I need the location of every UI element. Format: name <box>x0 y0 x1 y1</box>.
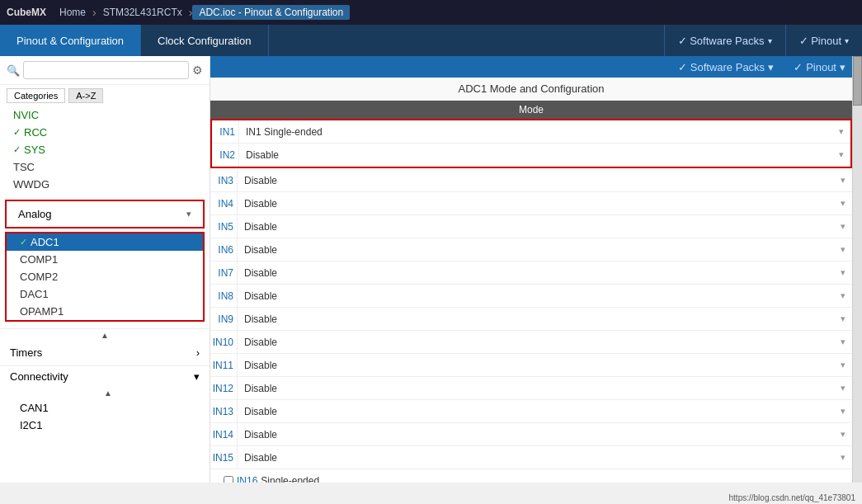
in4-select[interactable]: Disable ▾ <box>237 192 852 214</box>
in2-label: IN2 <box>212 149 238 161</box>
adc-row-in6: IN6 Disable ▾ <box>210 238 852 261</box>
in3-label: IN3 <box>210 175 237 186</box>
search-input[interactable] <box>23 61 189 79</box>
chevron-down-icon: ▾ <box>841 290 846 301</box>
adc-row-in4: IN4 Disable ▾ <box>210 192 852 215</box>
analog-items-box: ✓ ADC1 COMP1 COMP2 DAC1 OPAMP1 <box>5 232 205 322</box>
connectivity-items: ▲ CAN1 I2C1 <box>0 387 210 434</box>
conn-scroll-up[interactable]: ▲ <box>7 387 210 399</box>
in15-select[interactable]: Disable ▾ <box>237 446 852 469</box>
breadcrumb: Home › STM32L431RCTx › ADC.ioc - Pinout … <box>53 5 350 20</box>
analog-group-box: Analog ▾ ✓ ADC1 COMP1 COMP2 <box>5 200 205 322</box>
scrollbar-track[interactable] <box>853 56 862 483</box>
sidebar-item-comp1[interactable]: COMP1 <box>7 251 203 268</box>
adc-row-in5: IN5 Disable ▾ <box>210 215 852 238</box>
check-icon: ✓ <box>20 237 27 247</box>
breadcrumb-home[interactable]: Home <box>53 5 92 20</box>
breadcrumb-device[interactable]: STM32L431RCTx <box>97 5 189 20</box>
brand-label: CubeMX <box>7 7 46 18</box>
sub-pinout[interactable]: ✓ Pinout ▾ <box>794 61 846 73</box>
sidebar-item-adc1[interactable]: ✓ ADC1 <box>7 233 203 251</box>
adc-row-in12: IN12 Disable ▾ <box>210 377 852 400</box>
chevron-down-icon: ▾ <box>841 198 846 209</box>
tab-clock-config[interactable]: Clock Configuration <box>141 25 268 56</box>
adc-row-in8: IN8 Disable ▾ <box>210 285 852 308</box>
chevron-down-icon: ▾ <box>841 221 846 232</box>
in5-label: IN5 <box>210 221 237 233</box>
main-panel: ✓ Software Packs ▾ ✓ Pinout ▾ ADC1 Mode … <box>210 56 852 483</box>
sidebar-item-opamp1[interactable]: OPAMP1 <box>7 303 203 320</box>
categories-tab[interactable]: Categories <box>7 88 65 103</box>
url-bar: https://blog.csdn.net/qq_41e73801 <box>729 493 855 502</box>
in11-select[interactable]: Disable ▾ <box>237 354 852 376</box>
sidebar-item-rcc[interactable]: ✓ RCC <box>0 124 210 141</box>
sub-software-packs[interactable]: ✓ Software Packs ▾ <box>678 61 774 73</box>
adc-row-in1: IN1 IN1 Single-ended ▾ <box>212 120 850 144</box>
search-icon: 🔍 <box>7 64 20 77</box>
sidebar-item-nvic[interactable]: NVIC <box>0 106 210 124</box>
chevron-down-icon: ▾ <box>841 360 846 370</box>
in10-select[interactable]: Disable ▾ <box>237 331 852 353</box>
nav-label: RCC <box>24 126 47 139</box>
sidebar-item-i2c1[interactable]: I2C1 <box>7 417 210 434</box>
sidebar-item-wwdg[interactable]: WWDG <box>0 176 210 193</box>
in7-select[interactable]: Disable ▾ <box>237 261 852 284</box>
tab-pinout-config[interactable]: Pinout & Configuration <box>0 25 141 56</box>
chevron-down-icon: ▾ <box>841 313 846 324</box>
timers-section: ▲ Timers › <box>0 328 210 364</box>
in5-select[interactable]: Disable ▾ <box>237 215 852 238</box>
in1-select[interactable]: IN1 Single-ended ▾ <box>238 120 850 143</box>
analog-group-header[interactable]: Analog ▾ <box>8 203 201 225</box>
sidebar-item-comp2[interactable]: COMP2 <box>7 268 203 285</box>
chevron-down-icon: ▾ <box>841 175 846 186</box>
in2-select[interactable]: Disable ▾ <box>238 144 850 166</box>
sidebar-item-sys[interactable]: ✓ SYS <box>0 141 210 158</box>
nav-items-list: NVIC ✓ RCC ✓ SYS TSC WWDG <box>0 106 210 193</box>
in9-select[interactable]: Disable ▾ <box>237 308 852 330</box>
chevron-down-icon: ▾ <box>841 337 846 347</box>
tab-pinout[interactable]: ✓ Pinout ▾ <box>785 25 862 56</box>
sidebar: 🔍 ⚙ Categories A->Z NVIC ✓ RCC ✓ <box>0 56 210 483</box>
breadcrumb-file[interactable]: ADC.ioc - Pinout & Configuration <box>192 5 350 20</box>
in7-label: IN7 <box>210 267 237 279</box>
in12-select[interactable]: Disable ▾ <box>237 377 852 399</box>
tab-bar: Pinout & Configuration Clock Configurati… <box>0 25 862 56</box>
in3-select[interactable]: Disable ▾ <box>237 169 852 191</box>
nav-label: ADC1 <box>31 236 59 248</box>
connectivity-header[interactable]: Connectivity ▾ <box>0 366 210 387</box>
adc-row-in11: IN11 Disable ▾ <box>210 354 852 377</box>
check-icon: ✓ <box>13 144 21 155</box>
gear-icon[interactable]: ⚙ <box>192 64 203 77</box>
sidebar-item-tsc[interactable]: TSC <box>0 158 210 176</box>
mode-header: Mode <box>210 101 852 119</box>
adc-row-in10: IN10 Disable ▾ <box>210 331 852 354</box>
in13-select[interactable]: Disable ▾ <box>237 400 852 422</box>
az-tab[interactable]: A->Z <box>68 88 103 103</box>
sidebar-item-dac1[interactable]: DAC1 <box>7 285 203 303</box>
timers-header[interactable]: Timers › <box>0 341 210 364</box>
adc-row-in16: IN16 Single-ended <box>210 469 852 483</box>
scrollbar[interactable] <box>852 56 862 483</box>
adc-row-in9: IN9 Disable ▾ <box>210 308 852 331</box>
sidebar-item-can1[interactable]: CAN1 <box>7 399 210 417</box>
adc-row-in7: IN7 Disable ▾ <box>210 261 852 285</box>
in9-label: IN9 <box>210 313 237 325</box>
nav-label: WWDG <box>13 178 49 191</box>
in14-label: IN14 <box>210 429 237 440</box>
chevron-down-icon: ▾ <box>841 452 846 463</box>
normal-rows: IN3 Disable ▾ IN4 Disable ▾ IN5 Disable … <box>210 169 852 469</box>
sub-header: ✓ Software Packs ▾ ✓ Pinout ▾ <box>210 56 852 78</box>
in8-select[interactable]: Disable ▾ <box>237 285 852 307</box>
tab-software-packs[interactable]: ✓ Software Packs ▾ <box>664 25 785 56</box>
content-area: 🔍 ⚙ Categories A->Z NVIC ✓ RCC ✓ <box>0 56 862 483</box>
in15-label: IN15 <box>210 452 237 464</box>
timers-scroll-up[interactable]: ▲ <box>0 329 210 341</box>
in6-select[interactable]: Disable ▾ <box>237 238 852 261</box>
category-tabs: Categories A->Z <box>0 85 210 106</box>
adc-rows: IN1 IN1 Single-ended ▾ IN2 Disable ▾ <box>210 119 852 483</box>
scrollbar-thumb[interactable] <box>853 56 862 106</box>
nav-label: COMP2 <box>20 271 58 283</box>
in16-checkbox[interactable] <box>224 476 233 483</box>
connectivity-section: Connectivity ▾ ▲ CAN1 I2C1 <box>0 365 210 434</box>
in14-select[interactable]: Disable ▾ <box>237 423 852 445</box>
